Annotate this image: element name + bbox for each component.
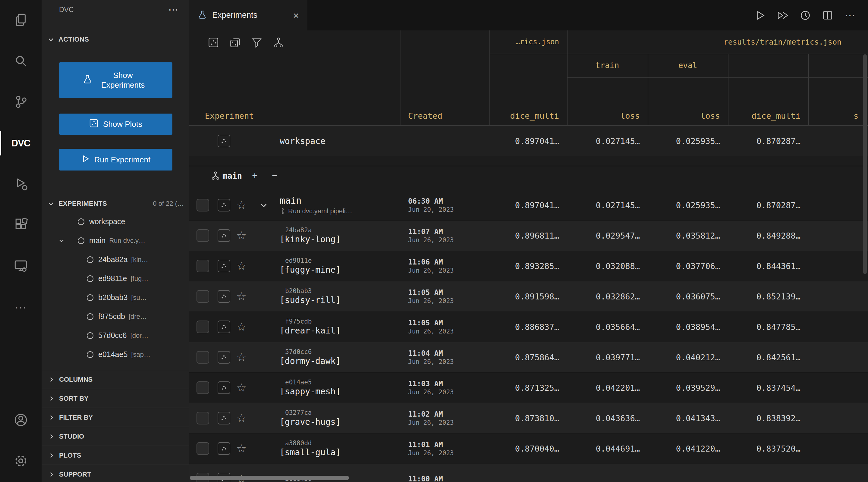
row-star-icon[interactable]: ☆ bbox=[236, 352, 247, 363]
tree-item[interactable]: f975cdb [dre… bbox=[41, 307, 189, 326]
row-plot-icon[interactable] bbox=[218, 351, 230, 364]
column-header-eval-loss[interactable]: loss bbox=[701, 111, 720, 121]
show-plots-button[interactable]: Show Plots bbox=[59, 114, 173, 135]
more-actions-icon[interactable]: ⋯ bbox=[844, 9, 855, 22]
sidebar-section-header[interactable]: SUPPORT bbox=[41, 464, 189, 482]
plots-icon[interactable] bbox=[208, 37, 219, 48]
row-checkbox[interactable] bbox=[196, 442, 209, 455]
row-plot-icon[interactable] bbox=[218, 412, 230, 424]
row-star-icon[interactable]: ☆ bbox=[236, 382, 247, 393]
row-plot-icon[interactable] bbox=[218, 381, 230, 394]
row-star-icon[interactable]: ☆ bbox=[236, 291, 247, 302]
row-checkbox[interactable] bbox=[196, 229, 209, 242]
row-star-icon[interactable]: ☆ bbox=[236, 412, 247, 424]
settings-button[interactable] bbox=[0, 441, 41, 482]
row-star-icon[interactable]: ☆ bbox=[236, 230, 247, 241]
experiment-circle-icon bbox=[87, 332, 93, 339]
show-experiments-button[interactable]: Show Experiments bbox=[59, 62, 173, 98]
row-checkbox[interactable] bbox=[196, 351, 209, 364]
row-checkbox[interactable] bbox=[196, 290, 209, 303]
metric-value: 0.897041… bbox=[515, 136, 559, 146]
row-star-icon[interactable]: ☆ bbox=[236, 443, 247, 454]
row-star-icon[interactable]: ☆ bbox=[236, 199, 247, 211]
sidebar-section-header[interactable]: SORT BY bbox=[41, 389, 189, 408]
run-all-icon[interactable] bbox=[777, 10, 788, 21]
tree-chevron-icon[interactable] bbox=[59, 238, 64, 244]
column-header-experiment[interactable]: Experiment bbox=[205, 111, 254, 121]
dvc-view-button[interactable]: DVC bbox=[0, 123, 41, 164]
experiment-row[interactable]: ☆ 03277ca [grave-hugs] 11:02 AM Jun 26, … bbox=[189, 403, 868, 433]
sidebar-section-header[interactable]: PLOTS bbox=[41, 446, 189, 464]
actions-section-header[interactable]: ACTIONS bbox=[41, 32, 189, 47]
row-checkbox[interactable] bbox=[196, 321, 209, 333]
experiment-row[interactable]: ☆ f975cdb [drear-kail] 11:05 AM Jun 26, … bbox=[189, 312, 868, 342]
sidebar-section-header[interactable]: FILTER BY bbox=[41, 408, 189, 426]
chevron-right-icon bbox=[48, 433, 54, 440]
experiment-row[interactable]: ☆ a3880dd [small-gula] 11:01 AM Jun 26, … bbox=[189, 433, 868, 464]
experiments-section-header[interactable]: EXPERIMENTS 0 of 22 (… bbox=[41, 196, 189, 212]
tree-item-label: e014ae5 bbox=[98, 350, 127, 359]
experiments-section-label: EXPERIMENTS bbox=[59, 200, 107, 207]
source-control-button[interactable] bbox=[0, 82, 41, 123]
tree-item[interactable]: 24ba82a [kin… bbox=[41, 250, 189, 269]
created-time: 11:05 AM bbox=[408, 288, 454, 297]
row-star-icon[interactable]: ☆ bbox=[236, 321, 247, 332]
sidebar-section-header[interactable]: COLUMNS bbox=[41, 369, 189, 389]
column-header-dice-multi[interactable]: dice_multi bbox=[490, 111, 559, 121]
close-icon[interactable]: × bbox=[293, 10, 299, 21]
account-button[interactable] bbox=[0, 400, 41, 441]
row-plot-icon[interactable] bbox=[218, 260, 230, 272]
experiment-row[interactable]: ☆ b20bab3 [sudsy-rill] 11:05 AM Jun 26, … bbox=[189, 281, 868, 312]
remote-explorer-button[interactable] bbox=[0, 246, 41, 287]
experiment-row[interactable]: ☆ ed9811e [fuggy-mine] 11:06 AM Jun 26, … bbox=[189, 251, 868, 281]
branch-fork-icon[interactable] bbox=[273, 37, 284, 48]
experiment-row[interactable]: ☆ 57d0cc6 [dormy-dawk] 11:04 AM Jun 26, … bbox=[189, 342, 868, 373]
row-plot-icon[interactable] bbox=[218, 290, 230, 303]
row-plot-icon[interactable] bbox=[218, 321, 230, 333]
column-header-created[interactable]: Created bbox=[408, 111, 442, 121]
row-plot-icon[interactable] bbox=[218, 229, 230, 242]
more-views-button[interactable]: ⋯ bbox=[0, 287, 41, 328]
tree-item[interactable]: 57d0cc6 [dor… bbox=[41, 326, 189, 345]
compare-runs-icon[interactable] bbox=[230, 37, 241, 48]
extensions-button[interactable] bbox=[0, 205, 41, 246]
tree-item[interactable]: b20bab3 [su… bbox=[41, 288, 189, 307]
queue-clock-icon[interactable] bbox=[800, 10, 811, 21]
chevron-down-icon[interactable] bbox=[260, 201, 268, 209]
row-checkbox[interactable] bbox=[196, 381, 209, 394]
tree-item[interactable]: main Run dvc.y… bbox=[41, 231, 189, 250]
main-commit-row[interactable]: ☆ main Run dvc.yaml pipeli… 06:30 AM Ju bbox=[189, 190, 868, 221]
sidebar-section-header[interactable]: STUDIO bbox=[41, 426, 189, 446]
search-button[interactable] bbox=[0, 41, 41, 82]
run-experiment-button[interactable]: Run Experiment bbox=[59, 149, 173, 170]
expand-branch-icon[interactable]: + bbox=[252, 170, 258, 181]
explorer-button[interactable] bbox=[0, 0, 41, 41]
experiment-row[interactable]: ☆ e014ae5 [sappy-mesh] 11:03 AM Jun 26, … bbox=[189, 373, 868, 403]
row-star-icon[interactable]: ☆ bbox=[236, 260, 247, 272]
row-checkbox[interactable] bbox=[196, 260, 209, 272]
column-header-eval-dice-multi[interactable]: dice_multi bbox=[751, 111, 801, 121]
experiment-name: [drear-kail] bbox=[280, 325, 341, 336]
vertical-scrollbar[interactable] bbox=[863, 54, 867, 274]
column-header-truncated[interactable]: s bbox=[854, 111, 858, 121]
horizontal-scrollbar[interactable] bbox=[190, 476, 349, 480]
row-plot-icon[interactable] bbox=[218, 135, 230, 147]
filter-icon[interactable] bbox=[251, 37, 262, 48]
run-debug-button[interactable] bbox=[0, 164, 41, 205]
tab-experiments[interactable]: Experiments × bbox=[189, 0, 307, 30]
row-checkbox[interactable] bbox=[196, 199, 209, 212]
tree-item[interactable]: workspace bbox=[41, 212, 189, 231]
workspace-row[interactable]: workspace 0.897041… 0.027145… 0.025935… … bbox=[189, 126, 868, 156]
row-plot-icon[interactable] bbox=[218, 442, 230, 455]
collapse-branch-icon[interactable]: − bbox=[272, 170, 278, 181]
sidebar-more-icon[interactable]: ⋯ bbox=[168, 7, 179, 13]
row-checkbox[interactable] bbox=[196, 412, 209, 424]
column-header-train-loss[interactable]: loss bbox=[620, 111, 640, 121]
experiment-id: 57d0cc6 bbox=[285, 348, 341, 356]
experiment-row[interactable]: ☆ 24ba82a [kinky-long] 11:07 AM Jun 26, … bbox=[189, 221, 868, 251]
run-icon[interactable] bbox=[755, 10, 766, 21]
split-editor-icon[interactable] bbox=[822, 10, 833, 21]
row-plot-icon[interactable] bbox=[218, 199, 230, 212]
tree-item[interactable]: ed9811e [fug… bbox=[41, 269, 189, 288]
tree-item[interactable]: e014ae5 [sap… bbox=[41, 345, 189, 364]
